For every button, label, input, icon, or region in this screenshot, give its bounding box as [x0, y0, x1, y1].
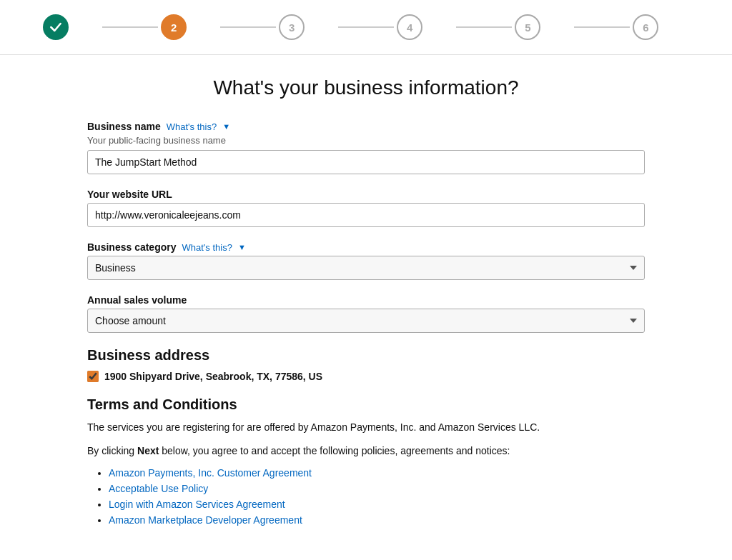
website-url-label-text: Your website URL [87, 189, 172, 200]
step-line-2-3 [220, 26, 277, 28]
step-2: 2 [161, 14, 217, 40]
terms-section: Terms and Conditions The services you ar… [87, 396, 645, 526]
website-url-group: Your website URL [87, 189, 645, 227]
policy-link-4[interactable]: Amazon Marketplace Developer Agreement [109, 514, 302, 526]
annual-sales-wrapper: Choose amount Under $1,000 $1,000 - $10,… [87, 309, 645, 333]
business-category-group: Business category What's this? ▼ Busines… [87, 241, 645, 280]
step-line-5-6 [574, 26, 630, 28]
main-content: What's your business information? Busine… [44, 55, 688, 559]
page-title: What's your business information? [87, 76, 645, 99]
address-checkbox[interactable] [87, 371, 99, 382]
website-url-label: Your website URL [87, 189, 645, 200]
step-6: 6 [633, 14, 689, 40]
business-name-whats-this[interactable]: What's this? [167, 121, 217, 132]
terms-title: Terms and Conditions [87, 396, 645, 413]
policy-link-3[interactable]: Login with Amazon Services Agreement [109, 499, 285, 510]
business-category-label-text: Business category [87, 241, 177, 253]
business-name-label-text: Business name [87, 121, 161, 132]
annual-sales-select[interactable]: Choose amount Under $1,000 $1,000 - $10,… [87, 309, 645, 333]
step-1 [43, 14, 99, 40]
step-4: 4 [397, 14, 453, 40]
business-address-section: Business address 1900 Shipyard Drive, Se… [87, 347, 645, 382]
terms-desc2-prefix: By clicking [87, 445, 137, 456]
annual-sales-label-text: Annual sales volume [87, 294, 187, 306]
step-circle-3: 3 [279, 14, 305, 40]
business-category-whats-this[interactable]: What's this? [182, 242, 232, 253]
terms-description-2: By clicking Next below, you agree to and… [87, 444, 645, 459]
policy-item-4: Amazon Marketplace Developer Agreement [109, 514, 645, 526]
business-address-title: Business address [87, 347, 645, 364]
step-line-4-5 [456, 26, 513, 28]
step-circle-2: 2 [161, 14, 187, 40]
business-category-select[interactable]: Business Individual Non-profit [87, 256, 645, 280]
business-name-arrow: ▼ [222, 122, 230, 131]
step-circle-1 [43, 14, 69, 40]
terms-description-1: The services you are registering for are… [87, 420, 645, 435]
annual-sales-label: Annual sales volume [87, 294, 645, 306]
annual-sales-group: Annual sales volume Choose amount Under … [87, 294, 645, 333]
business-name-sublabel: Your public-facing business name [87, 135, 645, 146]
step-circle-6: 6 [633, 14, 658, 40]
business-name-label: Business name What's this? ▼ [87, 121, 645, 132]
business-name-group: Business name What's this? ▼ Your public… [87, 121, 645, 174]
policy-link-1[interactable]: Amazon Payments, Inc. Customer Agreement [109, 467, 312, 479]
website-url-input[interactable] [87, 203, 645, 227]
step-5: 5 [515, 14, 571, 40]
step-3: 3 [279, 14, 335, 40]
address-text: 1900 Shipyard Drive, Seabrook, TX, 77586… [104, 371, 322, 382]
progress-bar: 2 3 4 5 6 [0, 0, 732, 55]
policy-item-2: Acceptable Use Policy [109, 483, 645, 494]
business-name-input[interactable] [87, 150, 645, 174]
step-line-1-2 [102, 26, 159, 28]
policy-item-1: Amazon Payments, Inc. Customer Agreement [109, 467, 645, 479]
address-row: 1900 Shipyard Drive, Seabrook, TX, 77586… [87, 371, 645, 382]
terms-desc2-suffix: below, you agree to and accept the follo… [159, 445, 510, 456]
step-circle-5: 5 [515, 14, 540, 40]
policy-link-2[interactable]: Acceptable Use Policy [109, 483, 208, 494]
business-category-wrapper: Business Individual Non-profit [87, 256, 645, 280]
business-category-label: Business category What's this? ▼ [87, 241, 645, 253]
terms-desc2-bold: Next [137, 445, 159, 456]
policy-item-3: Login with Amazon Services Agreement [109, 499, 645, 510]
step-circle-4: 4 [397, 14, 422, 40]
step-line-3-4 [338, 26, 395, 28]
business-category-arrow: ▼ [238, 243, 246, 251]
policy-list: Amazon Payments, Inc. Customer Agreement… [87, 467, 645, 526]
